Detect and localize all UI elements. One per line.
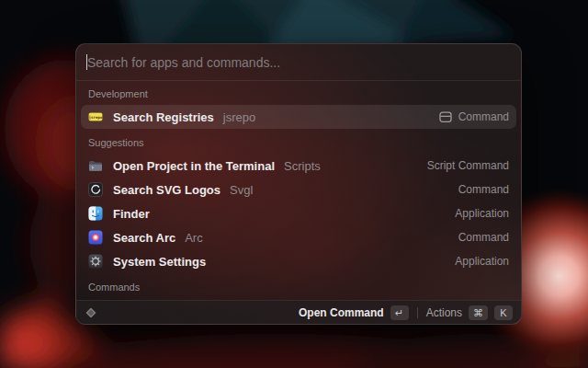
open-command-button[interactable]: Open Command ↵ — [299, 305, 409, 320]
cmd-key-badge: ⌘ — [469, 305, 488, 320]
item-subtitle: Arc — [185, 231, 203, 245]
section-header-suggestions: Suggestions — [81, 129, 516, 154]
list-item-system-settings[interactable]: System Settings Application — [81, 249, 516, 273]
item-title: Open Project in the Terminal — [113, 159, 275, 173]
results-list: Development jsrepo Search Registries jsr… — [76, 81, 521, 300]
item-title: Search SVG Logos — [113, 183, 220, 197]
item-title: Search Arc — [113, 231, 175, 245]
section-header-commands: Commands — [81, 273, 516, 298]
svg-text:jsrepo: jsrepo — [88, 115, 103, 120]
item-subtitle: Scripts — [284, 159, 321, 173]
footer-divider — [417, 307, 418, 318]
item-accessory: Command — [438, 109, 509, 124]
launcher-window: Development jsrepo Search Registries jsr… — [75, 43, 522, 325]
open-command-label: Open Command — [299, 306, 384, 319]
finder-icon — [88, 206, 103, 221]
k-key-badge: K — [494, 305, 513, 320]
section-header-development: Development — [81, 83, 516, 105]
list-item-search-arc-command[interactable]: Search Arc Arc Command — [81, 298, 516, 300]
item-accessory-label: Application — [455, 207, 509, 220]
item-accessory-label: Command — [458, 183, 509, 196]
actions-label: Actions — [426, 306, 462, 319]
item-accessory-label: Command — [458, 110, 509, 123]
item-accessory-label: Application — [455, 255, 509, 268]
item-subtitle: Svgl — [230, 183, 253, 197]
search-input[interactable] — [87, 55, 510, 70]
list-item-search-registries[interactable]: jsrepo Search Registries jsrepo Command — [81, 105, 516, 129]
list-item-search-svg-logos[interactable]: Search SVG Logos Svgl Command — [81, 178, 516, 201]
item-accessory-label: Command — [458, 231, 509, 244]
command-type-icon — [438, 109, 453, 124]
item-accessory-label: Script Command — [427, 159, 509, 172]
list-item-open-project-terminal[interactable]: Open Project in the Terminal Scripts Scr… — [81, 154, 516, 178]
terminal-folder-icon — [88, 158, 103, 173]
text-caret — [86, 54, 87, 70]
svgl-icon — [88, 182, 103, 197]
item-title: System Settings — [113, 255, 206, 269]
footer-bar: Open Command ↵ Actions ⌘ K — [76, 300, 521, 324]
item-title: Finder — [113, 207, 150, 221]
return-key-badge: ↵ — [390, 305, 409, 320]
list-item-search-arc[interactable]: Search Arc Arc Command — [81, 225, 516, 249]
actions-button[interactable]: Actions ⌘ K — [426, 305, 513, 320]
list-item-finder[interactable]: Finder Application — [81, 201, 516, 225]
arc-icon — [88, 230, 103, 245]
raycast-logo-icon[interactable] — [85, 306, 97, 319]
jsrepo-icon: jsrepo — [88, 109, 103, 124]
system-settings-icon — [88, 254, 103, 269]
item-title: Search Registries — [113, 110, 214, 124]
search-bar — [76, 44, 521, 81]
item-subtitle: jsrepo — [223, 110, 255, 124]
